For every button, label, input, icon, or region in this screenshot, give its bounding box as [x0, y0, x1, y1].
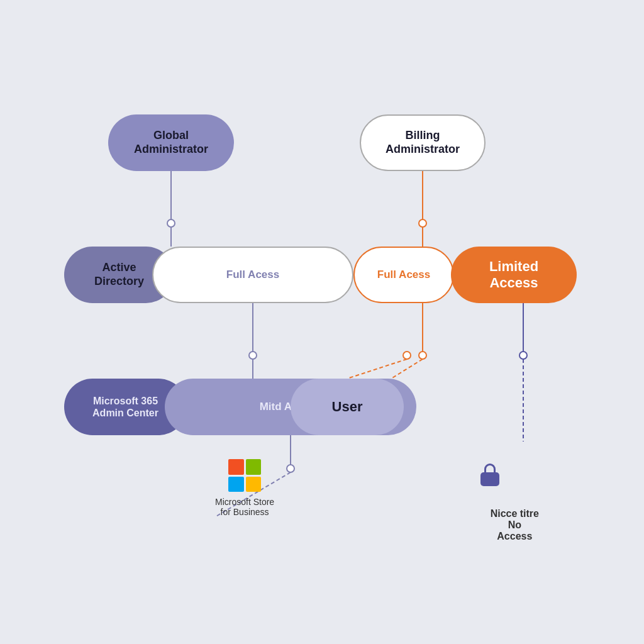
full-access-right-node: Full Acess: [353, 247, 454, 303]
user-node: User: [291, 379, 404, 435]
lock-body: [480, 472, 499, 486]
svg-point-15: [287, 465, 294, 472]
full-access-left-node: Full Acess: [152, 247, 353, 303]
svg-point-4: [249, 352, 257, 359]
global-admin-node: GlobalAdministrator: [108, 114, 234, 171]
diagram-container: GlobalAdministrator BillingAdministrator…: [45, 64, 599, 580]
billing-admin-node: BillingAdministrator: [360, 114, 486, 171]
ms-store-logo: Microsoft Storefor Business: [215, 459, 274, 517]
limited-access-node: LimitedAccess: [451, 247, 577, 303]
svg-point-10: [403, 352, 411, 359]
no-access-label: Nicce titreNoAccess: [491, 508, 539, 542]
svg-point-7: [419, 219, 426, 227]
svg-line-11: [347, 359, 407, 379]
ms-store-label: Microsoft Storefor Business: [215, 497, 274, 517]
svg-point-12: [419, 352, 426, 359]
lock-icon: [479, 464, 501, 489]
svg-line-13: [391, 359, 423, 379]
lock-shackle: [484, 464, 496, 472]
svg-point-18: [519, 352, 527, 359]
ms-logo-grid: [228, 459, 261, 492]
svg-point-1: [167, 219, 175, 227]
